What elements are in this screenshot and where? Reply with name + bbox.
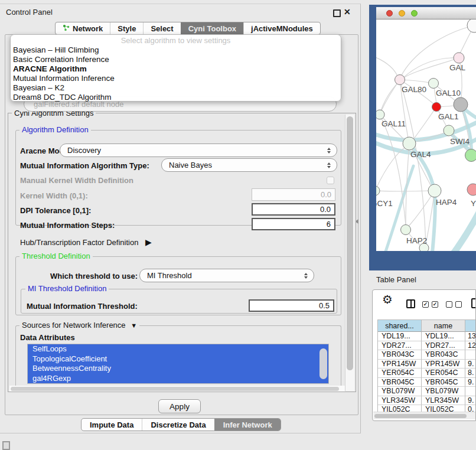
settings-horizontal-scrollbar[interactable] [9,386,345,392]
attribute-list-item[interactable]: TopologicalCoefficient [28,354,328,364]
network-node-gal80[interactable] [395,75,405,85]
network-edge[interactable] [376,147,406,191]
network-node-hap4[interactable] [428,184,441,197]
network-edge[interactable] [437,211,476,251]
column-browser-icon[interactable] [406,299,415,308]
table-horizontal-scrollbar[interactable] [373,412,475,419]
hub-section-label[interactable]: Hub/Transcription Factor Definition ▶ [20,237,152,247]
aracne-mode-value: Discovery [67,146,101,155]
network-edge[interactable] [413,107,436,139]
tab-impute-data[interactable]: Impute Data [81,419,142,431]
tab-infer-network[interactable]: Infer Network [214,419,281,431]
table-row[interactable]: YPR145WYPR145W9. [378,360,476,369]
zoom-traffic-light-icon[interactable] [411,10,418,17]
network-graph[interactable]: GALGAL80GAL10GAL1GAL11GAL4SWI4GCY1HAP4YH… [376,19,476,251]
close-icon[interactable]: ✕ [344,7,351,17]
tab-discretize-data[interactable]: Discretize Data [142,419,214,431]
network-window-titlebar[interactable] [376,7,476,19]
algorithm-option[interactable]: Dream8 DC_TDC Algorithm [11,93,341,102]
network-node-gcy1[interactable] [376,186,380,195]
network-node-gal11[interactable] [376,110,384,119]
which-threshold-combo[interactable]: MI Threshold [139,269,314,282]
network-edge[interactable] [376,56,397,76]
tab-jactivemnodules[interactable]: jActiveMNodules [243,22,320,34]
settings-hscroll-thumb[interactable] [11,387,339,391]
network-view-window: GALGAL80GAL10GAL1GAL11GAL4SWI4GCY1HAP4YH… [369,5,476,270]
sources-group-title[interactable]: Sources for Network Inference ▼ [19,321,139,330]
network-node[interactable] [419,243,429,251]
tab-network[interactable]: Network [56,22,110,34]
tab-cyni-toolbox[interactable]: Cyni Toolbox [181,22,243,34]
network-node-swi4[interactable] [444,125,454,136]
mi-steps-field[interactable]: 6 [252,218,335,230]
network-edge[interactable] [381,58,459,110]
dpi-tolerance-label: DPI Tolerance [0,1]: [20,206,91,215]
table-row[interactable]: YDR27...YDR27...12 [378,341,476,351]
gear-icon[interactable]: ⚙ [382,292,393,306]
table-cell: YDL19... [422,332,465,341]
threshold-definition-title: Threshold Definition [19,252,93,260]
deselect-all-checkbox-icon[interactable] [455,301,462,308]
network-node-y[interactable] [467,184,476,195]
tab-select[interactable]: Select [143,22,180,34]
table-row[interactable]: YDL19...YDL19...13 [378,332,476,341]
collapsed-arrow-icon[interactable]: ▶ [145,237,152,247]
combo-spinner-icon [327,162,331,168]
algorithm-option[interactable]: Basic Correlation Inference [11,55,341,64]
network-edge[interactable] [376,191,429,191]
corner-partial-icon[interactable] [2,441,10,450]
expanded-arrow-icon[interactable]: ▼ [131,322,137,329]
network-node-gal4[interactable] [403,137,416,150]
close-traffic-light-icon[interactable] [386,10,393,17]
column-header[interactable]: shared... [378,319,422,332]
table-row[interactable]: YBR043CYBR043C [378,350,476,360]
select-all-checkbox-icon[interactable]: ✓ [422,301,429,308]
network-edge[interactable] [409,144,435,251]
network-node[interactable] [467,19,476,32]
tab-style[interactable]: Style [110,22,143,34]
table-row[interactable]: YBL079WYBL079W [378,387,476,396]
table-row[interactable]: YLR345WYLR345W9. [378,396,476,406]
algorithm-option[interactable]: ARACNE Algorithm [11,64,341,74]
column-header[interactable] [465,319,476,332]
attribute-list-item[interactable]: BetweennessCentrality [28,364,328,374]
document-icon[interactable] [471,298,476,308]
table-cell: 8. [465,369,476,378]
network-node-gal1[interactable] [432,103,441,112]
algorithm-option[interactable]: Bayesian – K2 [11,83,341,93]
table-hscroll-thumb[interactable] [374,414,467,419]
attribute-list-item[interactable]: gal4RGexp [28,374,328,384]
attribute-list-item[interactable]: SelfLoops [28,344,328,354]
apply-button[interactable]: Apply [158,399,201,413]
table-row[interactable]: YER054CYER054C8. [378,369,476,378]
column-header[interactable]: name [422,319,465,332]
network-node[interactable] [465,149,476,162]
network-edge[interactable] [380,115,406,225]
algorithm-option[interactable]: Bayesian – Hill Climbing [11,45,341,55]
network-edge[interactable] [381,80,400,112]
minimize-traffic-light-icon[interactable] [399,10,405,17]
network-canvas[interactable]: GALGAL80GAL10GAL1GAL11GAL4SWI4GCY1HAP4YH… [376,19,476,251]
float-window-icon[interactable] [333,9,341,17]
table-cell: YBR045C [378,378,422,387]
table-cell: 9. [465,396,476,406]
network-node[interactable] [454,97,468,112]
settings-vscroll-thumb[interactable] [347,116,353,370]
network-node-gal[interactable] [454,53,464,63]
network-node-hap2[interactable] [401,225,411,235]
algorithm-option[interactable]: Mutual Information Inference [11,74,341,83]
kernel-width-field[interactable]: 0.0 [252,188,335,201]
table-cell [465,350,476,360]
dpi-tolerance-field[interactable]: 0.0 [252,203,335,216]
deselect-all-checkbox-icon[interactable] [446,301,452,308]
settings-vertical-scrollbar[interactable] [345,115,354,391]
select-all-checkbox-icon[interactable]: ✓ [432,301,438,308]
table-row[interactable]: YBR045CYBR045C9. [378,378,476,387]
attr-list-scrollbar[interactable] [319,348,327,379]
mi-threshold-field[interactable]: 0.5 [249,299,334,312]
manual-kernel-checkbox[interactable] [327,177,334,184]
network-node-gal10[interactable] [429,79,439,89]
tab-label: Cyni Toolbox [188,24,236,33]
aracne-mode-combo[interactable]: Discovery [60,144,337,157]
mi-algorithm-type-combo[interactable]: Naive Bayes [161,158,337,172]
